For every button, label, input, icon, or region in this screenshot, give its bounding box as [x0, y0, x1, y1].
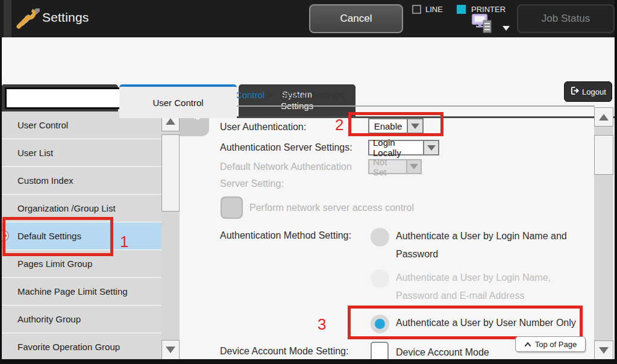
chevron-down-icon	[410, 164, 418, 169]
down-arrow-icon	[599, 347, 609, 354]
settings-screen: Settings Cancel LINE PRINTER Job Status	[0, 0, 617, 364]
frame-border	[615, 0, 617, 364]
tab-underline	[237, 116, 617, 118]
user-authentication-label: User Authentication:	[220, 122, 306, 133]
sidebar-item-organization-group-list[interactable]: Organization /Group List	[1, 195, 161, 222]
cancel-button[interactable]: Cancel	[309, 4, 403, 33]
chevron-up-icon	[524, 340, 531, 349]
sidebar-item-custom-index[interactable]: Custom Index	[1, 167, 161, 194]
sidebar-item-user-list[interactable]: User List	[1, 139, 161, 166]
radio-login-name-password-label-line2: Password	[396, 249, 438, 260]
page-title: Settings	[42, 10, 89, 25]
dropdown-caret-button[interactable]	[423, 140, 439, 155]
content-scroll-down-button[interactable]	[594, 340, 613, 360]
status-dropdown-caret-icon[interactable]	[503, 26, 510, 31]
up-arrow-icon	[599, 114, 609, 121]
breadcrumb-separator: >	[267, 90, 272, 100]
tab-system-settings[interactable]: System Settings	[239, 84, 355, 116]
printer-indicator-icon	[457, 5, 466, 14]
sidebar-scroll-thumb[interactable]	[161, 134, 180, 212]
network-access-control-label: Perform network server access control	[249, 202, 414, 213]
tab-bar: Status User Control System Settings Logo…	[0, 37, 617, 81]
default-network-auth-dropdown: Not Set	[368, 159, 422, 174]
logout-icon	[570, 86, 579, 97]
frame-border	[0, 37, 2, 364]
dropdown-caret-button[interactable]	[407, 118, 424, 134]
default-network-auth-value: Not Set	[368, 159, 406, 174]
user-authentication-dropdown[interactable]: Enable	[368, 118, 424, 134]
radio-login-name-password[interactable]	[371, 228, 389, 246]
sidebar-item-machine-page-limit-setting[interactable]: Machine Page Limit Setting	[1, 278, 161, 305]
radio-login-name-password-label-line1: Authenticate a User by Login Name and	[396, 231, 567, 242]
up-arrow-icon	[166, 118, 175, 125]
chevron-down-icon	[427, 145, 436, 151]
network-access-control-checkbox	[221, 196, 243, 219]
breadcrumb-current-page: Default Settings	[280, 90, 343, 100]
device-account-mode-label: Device Account Mode	[396, 347, 489, 358]
line-indicator-label: LINE	[425, 5, 443, 14]
sidebar-item-favorite-operation-group[interactable]: Favorite Operation Group	[1, 333, 161, 360]
annotation-number-1: 1	[120, 233, 128, 251]
user-authentication-value: Enable	[368, 118, 407, 134]
sidebar-menu: User Control User List Custom Index Orga…	[1, 111, 161, 360]
content-divider	[208, 105, 595, 107]
radio-user-number-only[interactable]	[371, 315, 389, 333]
sidebar-scrollbar	[161, 111, 180, 360]
top-bar: Settings Cancel LINE PRINTER Job Status	[0, 0, 617, 37]
annotation-number-3: 3	[318, 315, 326, 334]
chevron-down-icon	[411, 124, 419, 129]
sidebar-item-authority-group[interactable]: Authority Group	[1, 306, 161, 333]
auth-server-settings-label: Authentication Server Settings:	[220, 142, 352, 153]
printer-indicator-label: PRINTER	[471, 5, 506, 14]
default-network-auth-label-line1: Default Network Authentication	[220, 162, 352, 172]
topbar-accent-strip	[4, 0, 11, 37]
logout-button[interactable]: Logout	[564, 81, 612, 102]
radio-login-name-password-email-label-line2: Password and E-mail Address	[396, 290, 524, 301]
dropdown-caret-button-disabled	[406, 159, 422, 174]
device-account-mode-setting-label: Device Account Mode Setting:	[220, 346, 348, 357]
selected-chevron-icon	[1, 230, 9, 242]
default-network-auth-label-line2: Server Setting:	[220, 178, 284, 189]
top-of-page-button[interactable]: Top of Page	[515, 336, 586, 352]
radio-user-number-only-label: Authenticate a User by User Number Only	[396, 318, 576, 328]
frame-border	[0, 359, 617, 364]
content-scrollbar	[594, 107, 613, 360]
down-arrow-icon	[166, 347, 175, 353]
sidebar-scroll-down-button[interactable]	[161, 340, 180, 360]
settings-tools-icon	[16, 8, 40, 31]
radio-login-name-password-email	[371, 269, 389, 288]
printer-monitor-icon	[472, 14, 495, 37]
radio-login-name-password-email-label-line1: Authenticate a User by Login Name,	[396, 272, 551, 283]
auth-server-dropdown[interactable]: Login Locally	[368, 140, 439, 155]
auth-method-setting-label: Authentication Method Setting:	[220, 230, 351, 241]
sidebar-item-default-settings[interactable]: Default Settings	[1, 222, 161, 249]
tab-user-control[interactable]: User Control	[119, 84, 237, 118]
line-indicator-icon	[412, 5, 421, 14]
job-status-button[interactable]: Job Status	[517, 4, 615, 33]
annotation-number-2: 2	[335, 116, 343, 134]
sidebar-item-pages-limit-group[interactable]: Pages Limit Group	[1, 250, 161, 277]
content-scroll-up-button[interactable]	[594, 107, 613, 127]
content-scroll-thumb[interactable]	[594, 135, 613, 175]
auth-server-value: Login Locally	[368, 140, 423, 155]
